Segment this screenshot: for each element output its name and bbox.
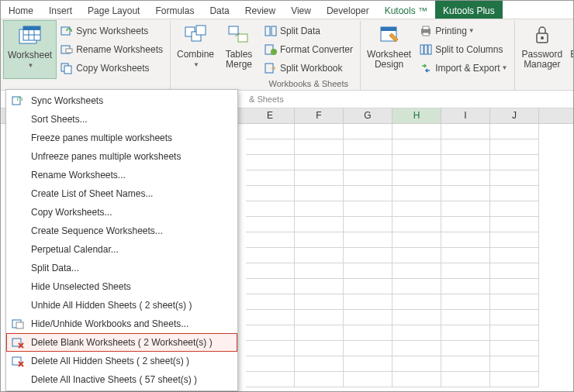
split-data-button[interactable]: Split Data — [262, 23, 355, 39]
menu-item-1[interactable]: Sort Sheets... — [6, 110, 237, 129]
col-header-H[interactable]: H — [392, 108, 441, 123]
menu-item-13[interactable]: Delete Blank Worksheets ( 2 Worksheet(s)… — [6, 333, 237, 352]
blank-icon — [11, 206, 25, 218]
menu-item-5[interactable]: Create List of Sheet Names... — [6, 184, 237, 203]
worksheet-design-button[interactable]: Worksheet Design — [363, 21, 415, 78]
svg-rect-28 — [428, 45, 431, 54]
svg-rect-27 — [424, 45, 427, 54]
menu-item-0[interactable]: Sync Worksheets — [6, 91, 237, 110]
tab-kutools-plus[interactable]: Kutools Plus — [435, 1, 503, 19]
tab-kutools[interactable]: Kutools ™ — [377, 1, 435, 19]
rename-label: Rename Worksheets — [76, 43, 163, 56]
combine-label: Combine — [177, 50, 214, 60]
svg-rect-17 — [271, 26, 276, 36]
svg-rect-32 — [12, 97, 20, 105]
col-header-J[interactable]: J — [490, 108, 539, 123]
encrypt-label: Encrypt Cells — [570, 50, 574, 70]
combine-icon — [183, 22, 208, 47]
tab-data[interactable]: Data — [202, 1, 237, 19]
menu-item-10[interactable]: Hide Unselected Sheets — [6, 277, 237, 296]
sync-icon — [11, 95, 25, 107]
copy-worksheets-button[interactable]: Copy Worksheets — [58, 60, 165, 76]
menu-item-label: Create Sequence Worksheets... — [31, 225, 163, 236]
menu-item-label: Copy Worksheets... — [31, 207, 112, 218]
worksheet-button[interactable]: Worksheet ▼ — [3, 20, 57, 79]
svg-rect-16 — [265, 26, 270, 36]
menu-item-3[interactable]: Unfreeze panes multiple worksheets — [6, 147, 237, 166]
tab-insert[interactable]: Insert — [41, 1, 80, 19]
group-label-fragment: & Sheets — [249, 95, 284, 104]
tables-merge-icon — [226, 22, 251, 47]
svg-rect-10 — [64, 66, 71, 74]
split-data-label: Split Data — [280, 25, 320, 37]
menu-item-11[interactable]: Unhide All Hidden Sheets ( 2 sheet(s) ) — [6, 296, 237, 315]
tab-view[interactable]: View — [283, 1, 319, 19]
copy-label: Copy Worksheets — [76, 62, 149, 74]
tab-formulas[interactable]: Formulas — [147, 1, 202, 19]
svg-rect-14 — [229, 26, 238, 34]
rename-icon — [61, 43, 73, 56]
split-workbook-icon — [265, 62, 277, 74]
svg-rect-2 — [23, 26, 40, 30]
del-icon — [11, 355, 25, 367]
col-header-E[interactable]: E — [246, 108, 295, 123]
col-header-I[interactable]: I — [441, 108, 490, 123]
encrypt-cells-button[interactable]: ** Encrypt Cells — [566, 21, 574, 78]
menu-item-4[interactable]: Rename Worksheets... — [6, 166, 237, 184]
split-to-columns-button[interactable]: Split to Columns — [417, 42, 510, 57]
chevron-down-icon: ▼ — [28, 60, 34, 70]
format-converter-button[interactable]: Format Converter — [262, 42, 355, 57]
split-workbook-button[interactable]: Split Workbook — [262, 60, 355, 76]
menu-item-9[interactable]: Split Data... — [6, 259, 237, 277]
menu-item-label: Unfreeze panes multiple worksheets — [31, 151, 181, 162]
tab-review[interactable]: Review — [237, 1, 283, 19]
sync-label: Sync Worksheets — [76, 25, 148, 37]
ribbon-tabs: Home Insert Page Layout Formulas Data Re… — [1, 1, 573, 19]
menu-item-label: Perpetual Calendar... — [31, 244, 119, 255]
blank-icon — [11, 187, 25, 200]
menu-item-6[interactable]: Copy Worksheets... — [6, 203, 237, 222]
menu-item-8[interactable]: Perpetual Calendar... — [6, 240, 237, 259]
blank-icon — [11, 150, 25, 163]
blank-icon — [11, 262, 25, 274]
col-header-F[interactable]: F — [295, 108, 344, 123]
copy-icon — [61, 62, 73, 74]
format-converter-icon — [265, 43, 277, 56]
worksheet-icon — [18, 23, 43, 48]
menu-item-label: Unhide All Hidden Sheets ( 2 sheet(s) ) — [31, 300, 192, 311]
menu-item-7[interactable]: Create Sequence Worksheets... — [6, 222, 237, 240]
menu-item-label: Hide Unselected Sheets — [31, 281, 131, 292]
menu-item-label: Delete Blank Worksheets ( 2 Worksheet(s)… — [31, 337, 213, 348]
menu-item-label: Delete All Hidden Sheets ( 2 sheet(s) ) — [31, 356, 189, 366]
menu-item-label: Sort Sheets... — [31, 114, 88, 125]
import-export-icon — [420, 62, 432, 74]
blank-icon — [11, 243, 25, 256]
tab-page-layout[interactable]: Page Layout — [80, 1, 147, 19]
svg-rect-25 — [423, 33, 429, 36]
import-export-button[interactable]: Import & Export▼ — [417, 60, 510, 76]
printer-icon — [420, 25, 432, 37]
col-header-G[interactable]: G — [344, 108, 392, 123]
combine-button[interactable]: Combine ▼ — [173, 21, 218, 78]
menu-item-14[interactable]: Delete All Hidden Sheets ( 2 sheet(s) ) — [6, 352, 237, 370]
worksheet-design-icon — [377, 22, 402, 47]
blank-icon — [11, 169, 25, 181]
tables-merge-button[interactable]: Tables Merge — [218, 21, 260, 78]
tab-home[interactable]: Home — [1, 1, 41, 19]
printing-button[interactable]: Printing▼ — [417, 23, 510, 39]
menu-item-2[interactable]: Freeze panes multiple worksheets — [6, 129, 237, 147]
format-conv-label: Format Converter — [280, 43, 353, 56]
sync-worksheets-button[interactable]: Sync Worksheets — [58, 23, 165, 39]
split-data-icon — [265, 25, 277, 37]
menu-item-15[interactable]: Delete All Inactive Sheets ( 57 sheet(s)… — [6, 370, 237, 389]
svg-rect-34 — [16, 322, 23, 328]
tab-developer[interactable]: Developer — [319, 1, 377, 19]
rename-worksheets-button[interactable]: Rename Worksheets — [58, 42, 165, 57]
password-manager-button[interactable]: Password Manager — [517, 21, 566, 78]
import-export-label: Import & Export — [435, 62, 500, 74]
chevron-down-icon: ▼ — [469, 25, 475, 37]
menu-item-12[interactable]: Hide/Unhide Workbooks and Sheets... — [6, 315, 237, 333]
svg-rect-24 — [423, 26, 429, 29]
hide-icon — [11, 318, 25, 330]
svg-point-30 — [541, 36, 544, 40]
